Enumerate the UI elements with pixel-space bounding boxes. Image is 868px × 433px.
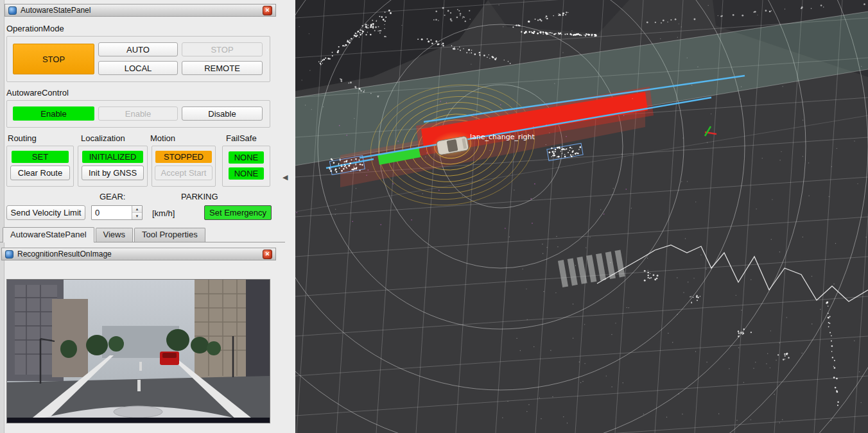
set-emergency-button[interactable]: Set Emergency [204,205,272,220]
camera-tree [60,340,77,358]
tab-tool-properties[interactable]: Tool Properties [134,228,205,242]
enable-control-disabled-button[interactable]: Enable [98,106,178,121]
velocity-spinbox: ▲ ▼ [91,205,143,220]
spin-up-icon[interactable]: ▲ [132,206,142,213]
state-panel-title: AutowareStatePanel [21,6,91,15]
failsafe-state-bottom-badge: NONE [229,167,264,180]
routing-state-badge: SET [12,151,69,163]
camera-far-right-building [246,280,270,387]
recognition-panel-titlebar[interactable]: RecognitionResultOnImage ✕ [1,248,276,260]
camera-center-dash [139,362,142,371]
stop-mode-secondary-button[interactable]: STOP [182,42,263,56]
gear-value: PARKING [181,192,218,201]
panel-collapse-handle[interactable]: ◀ [282,173,288,182]
camera-tree [166,329,189,351]
close-icon[interactable]: ✕ [263,6,272,15]
dock-tabbar: AutowareStatePanel Views Tool Properties [0,227,285,242]
clear-route-button[interactable]: Clear Route [10,166,70,180]
camera-tree [191,337,209,353]
camera-right-building [195,280,250,381]
tab-autoware-state-panel[interactable]: AutowareStatePanel [3,227,94,242]
panel-icon [8,6,17,15]
motion-label: Motion [150,133,175,143]
init-by-gnss-button[interactable]: Init by GNSS [82,166,144,180]
routing-label: Routing [8,133,37,143]
localization-label: Localization [81,133,125,143]
local-mode-button[interactable]: LOCAL [98,61,178,75]
camera-tree [108,336,124,352]
panel-icon [5,250,13,259]
camera-image-panel [6,279,270,423]
rviz-viewport-container: lane_change_right [295,0,868,433]
application-window: AutowareStatePanel ✕ OperationMode STOP … [0,0,868,433]
recognition-panel-title: RecognitionResultOnImage [17,250,112,259]
camera-center-dash [137,380,141,391]
behavior-annotation-label: lane_change_right [470,133,535,141]
camera-left-mid-building [52,299,88,377]
remote-mode-button[interactable]: REMOTE [182,61,263,75]
camera-hood-vent [114,406,162,418]
gear-label: GEAR: [100,192,125,201]
tab-views[interactable]: Views [96,228,133,242]
close-icon[interactable]: ✕ [263,250,272,259]
localization-state-badge: INITIALIZED [82,151,143,163]
camera-left-building-face [15,285,57,375]
autoware-control-label: AutowareControl [6,88,69,98]
failsafe-state-top-badge: NONE [229,151,264,164]
velocity-unit-label: [km/h] [152,208,175,218]
camera-dashboard-strip [7,418,270,423]
left-dock: AutowareStatePanel ✕ OperationMode STOP … [0,0,295,433]
auto-mode-button[interactable]: AUTO [98,42,178,56]
disable-control-button[interactable]: Disable [182,106,263,121]
velocity-input[interactable] [92,206,132,219]
camera-tree [86,335,108,355]
motion-state-badge: STOPPED [155,151,212,163]
dock-edge-strip [0,0,4,433]
state-panel-titlebar[interactable]: AutowareStatePanel ✕ [4,4,276,17]
camera-tree [207,341,221,355]
camera-image [7,280,270,423]
failsafe-label: FailSafe [226,133,257,143]
enable-control-button[interactable]: Enable [13,106,94,121]
send-velocity-limit-button[interactable]: Send Velocity Limit [6,205,85,220]
rviz-3d-viewport[interactable]: lane_change_right [295,0,868,433]
spin-down-icon[interactable]: ▼ [132,213,142,219]
ego-cabin [447,139,458,152]
stop-mode-button[interactable]: STOP [13,44,94,74]
camera-red-car-roof [162,353,177,358]
accept-start-button[interactable]: Accept Start [155,166,213,180]
operation-mode-label: OperationMode [6,24,64,33]
